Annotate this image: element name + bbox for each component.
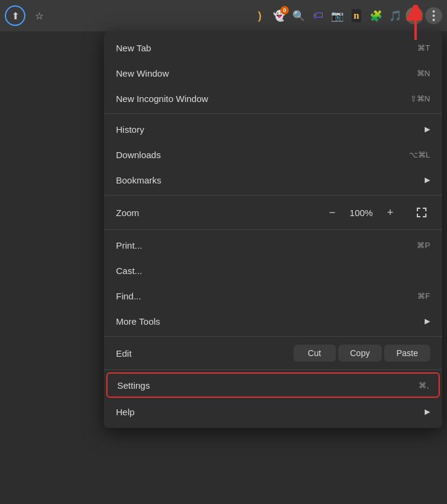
- paste-button[interactable]: Paste: [384, 345, 430, 362]
- share-icon: ⬆: [11, 10, 19, 22]
- menu-item-help[interactable]: Help ▶: [104, 399, 442, 424]
- menu-item-downloads[interactable]: Downloads ⌥⌘L: [104, 142, 442, 167]
- help-arrow: ▶: [425, 407, 430, 416]
- more-tools-arrow: ▶: [425, 317, 430, 325]
- chrome-dropdown-menu: New Tab ⌘T New Window ⌘N New Incognito W…: [104, 31, 442, 428]
- menu-item-new-window[interactable]: New Window ⌘N: [104, 60, 442, 86]
- svg-rect-5: [425, 208, 426, 211]
- divider-3: [104, 229, 442, 230]
- zoom-controls: − 100% +: [324, 204, 430, 221]
- menu-item-bookmarks[interactable]: Bookmarks ▶: [104, 167, 442, 193]
- copy-button[interactable]: Copy: [338, 345, 382, 362]
- menu-item-zoom: Zoom − 100% +: [104, 198, 442, 227]
- ext-scribd-icon[interactable]: ): [251, 7, 268, 24]
- profile-avatar[interactable]: [406, 7, 423, 24]
- dot1: [433, 10, 435, 13]
- ext-camera-icon[interactable]: 📷: [329, 7, 346, 24]
- menu-item-find[interactable]: Find... ⌘F: [104, 283, 442, 308]
- avatar-image: [406, 7, 423, 24]
- find-shortcut: ⌘F: [417, 292, 430, 301]
- share-button[interactable]: ⬆: [5, 5, 25, 26]
- divider-1: [104, 113, 442, 114]
- menu-item-settings[interactable]: Settings ⌘,: [106, 372, 440, 398]
- new-tab-shortcut: ⌘T: [417, 43, 430, 53]
- bookmark-button[interactable]: ☆: [29, 5, 50, 26]
- menu-item-cast[interactable]: Cast...: [104, 258, 442, 283]
- ext-music-icon[interactable]: 🎵: [387, 7, 404, 24]
- svg-rect-9: [425, 214, 426, 217]
- bookmarks-arrow: ▶: [425, 176, 430, 184]
- menu-item-print[interactable]: Print... ⌘P: [104, 232, 442, 258]
- settings-label: Settings: [117, 380, 150, 391]
- zoom-value: 100%: [348, 208, 375, 218]
- cut-button[interactable]: Cut: [294, 345, 336, 362]
- divider-4: [104, 336, 442, 337]
- menu-item-history[interactable]: History ▶: [104, 116, 442, 142]
- ext-n-icon[interactable]: n: [348, 7, 365, 24]
- fullscreen-button[interactable]: [413, 204, 430, 221]
- ghost-badge: 0: [280, 6, 289, 14]
- history-arrow: ▶: [425, 125, 430, 133]
- downloads-label: Downloads: [116, 150, 161, 160]
- incognito-label: New Incognito Window: [116, 94, 208, 104]
- bookmarks-label: Bookmarks: [116, 175, 161, 185]
- zoom-label: Zoom: [116, 208, 324, 218]
- edit-buttons: Cut Copy Paste: [294, 345, 431, 362]
- menu-item-incognito[interactable]: New Incognito Window ⇧⌘N: [104, 86, 442, 111]
- history-label: History: [116, 124, 144, 135]
- print-label: Print...: [116, 240, 142, 250]
- cast-label: Cast...: [116, 266, 142, 276]
- help-label: Help: [116, 407, 135, 417]
- edit-label: Edit: [116, 348, 294, 359]
- menu-item-more-tools[interactable]: More Tools ▶: [104, 308, 442, 334]
- zoom-minus-button[interactable]: −: [324, 204, 341, 221]
- bookmark-icon: ☆: [35, 10, 43, 22]
- incognito-shortcut: ⇧⌘N: [410, 94, 430, 103]
- edit-row: Edit Cut Copy Paste: [104, 339, 442, 367]
- dot2: [433, 14, 435, 17]
- new-tab-label: New Tab: [116, 43, 151, 53]
- ext-ghost-icon[interactable]: 👻 0: [271, 7, 288, 24]
- find-label: Find...: [116, 291, 141, 301]
- ext-puzzle-icon[interactable]: 🧩: [367, 7, 384, 24]
- ext-tag-icon[interactable]: 🏷: [309, 7, 326, 24]
- new-window-shortcut: ⌘N: [417, 69, 430, 78]
- fullscreen-icon: [416, 206, 428, 219]
- divider-2: [104, 195, 442, 196]
- ext-search-icon[interactable]: 🔍: [290, 7, 307, 24]
- zoom-plus-button[interactable]: +: [382, 204, 399, 221]
- browser-toolbar: ⬆ ☆ ) 👻 0 🔍 🏷 📷 n 🧩: [0, 0, 447, 31]
- settings-shortcut: ⌘,: [419, 381, 429, 390]
- new-window-label: New Window: [116, 68, 169, 78]
- svg-rect-7: [417, 214, 418, 217]
- divider-5: [104, 369, 442, 370]
- chrome-menu-button[interactable]: [425, 7, 442, 24]
- svg-rect-3: [417, 208, 418, 211]
- menu-item-new-tab[interactable]: New Tab ⌘T: [104, 35, 442, 60]
- print-shortcut: ⌘P: [417, 241, 430, 250]
- dot3: [433, 19, 435, 21]
- more-tools-label: More Tools: [116, 316, 160, 327]
- downloads-shortcut: ⌥⌘L: [409, 150, 430, 159]
- extension-icons: ) 👻 0 🔍 🏷 📷 n 🧩 🎵: [251, 7, 442, 24]
